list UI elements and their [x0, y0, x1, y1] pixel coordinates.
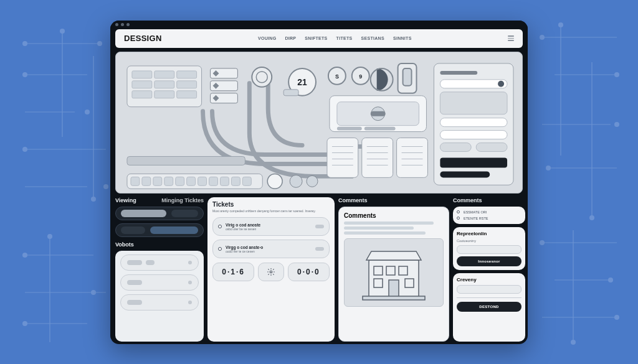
window-control-dot[interactable] — [115, 23, 118, 26]
ticket-title: Virig o cod anoste — [226, 223, 312, 227]
section-label-right: Comments — [453, 197, 482, 203]
option-row[interactable]: ESSMATE ORI — [457, 210, 521, 214]
ticket-row[interactable]: Virig o cod anosteosbd oter be se sesen — [212, 217, 330, 236]
building-illustration — [344, 238, 444, 307]
section-label-viewing: Viewing — [115, 197, 136, 203]
svg-point-20 — [47, 234, 52, 239]
gear-icon[interactable] — [258, 263, 283, 281]
nav-item[interactable]: VOUING — [258, 36, 276, 40]
handle-icon — [218, 247, 222, 251]
handle-icon — [218, 225, 222, 228]
svg-rect-90 — [220, 177, 229, 185]
lower-col-comments: Comments Comments — [338, 197, 449, 342]
svg-rect-80 — [440, 171, 490, 177]
nav-item[interactable]: SESTIANS — [361, 36, 384, 40]
svg-rect-24 — [155, 70, 174, 78]
svg-rect-29 — [132, 90, 152, 98]
svg-rect-56 — [362, 138, 393, 177]
lower-col-viewing: Viewing Minging Ticktes Vobots — [115, 197, 204, 342]
form-title: Creveny — [457, 277, 521, 282]
svg-rect-54 — [364, 126, 396, 130]
svg-text:S: S — [335, 73, 339, 79]
submit-button[interactable]: Innosesnor — [457, 256, 521, 266]
svg-rect-78 — [476, 142, 507, 151]
nav-item[interactable]: DIRP — [285, 36, 296, 40]
filter-pill[interactable] — [115, 223, 204, 237]
svg-rect-96 — [127, 156, 245, 165]
nav-item[interactable]: TITETS — [336, 36, 353, 40]
ticket-title: Virgg o cod anste·o — [226, 245, 312, 250]
svg-rect-57 — [397, 138, 428, 177]
form-card: Repreelonlin Cootoeoniny Innosesnor — [453, 227, 525, 270]
svg-rect-74 — [440, 91, 507, 114]
svg-rect-83 — [142, 177, 151, 185]
nav-item[interactable]: SINNITS — [393, 36, 412, 40]
window-control-dot[interactable] — [121, 23, 124, 26]
filter-pill[interactable] — [115, 207, 204, 220]
app-logo: DESSIGN — [124, 34, 162, 43]
svg-rect-104 — [374, 279, 383, 287]
menu-icon[interactable] — [508, 35, 514, 41]
form-card: Creveny DESTOND — [453, 273, 525, 342]
window-control-dot[interactable] — [126, 23, 130, 26]
svg-rect-85 — [164, 177, 173, 185]
form-title: Repreelonlin — [457, 231, 521, 236]
svg-rect-27 — [155, 80, 174, 88]
svg-point-5 — [103, 184, 108, 189]
radio-icon — [457, 210, 460, 213]
svg-point-93 — [267, 174, 282, 189]
option-label: ETENITE RSTE — [464, 217, 488, 220]
svg-rect-102 — [386, 266, 395, 275]
svg-point-21 — [571, 340, 576, 345]
svg-rect-72 — [440, 79, 507, 88]
option-row[interactable]: ETENITE RSTE — [457, 217, 521, 220]
comments-title: Comments — [344, 212, 444, 219]
stat-counter: 0·0·0 — [288, 263, 330, 281]
tickets-title: Tickets — [207, 197, 335, 209]
section-label-managing: Minging Ticktes — [161, 197, 204, 203]
svg-point-11 — [546, 166, 551, 170]
svg-rect-23 — [132, 70, 152, 78]
section-label-comments: Comments — [338, 197, 368, 203]
app-header: DESSIGN VOUING DIRP SNIFTETS TITETS SEST… — [115, 29, 523, 48]
svg-point-0 — [22, 41, 27, 46]
svg-marker-99 — [366, 251, 421, 260]
svg-point-19 — [589, 215, 594, 220]
text-input[interactable] — [457, 285, 521, 294]
svg-rect-100 — [389, 280, 399, 297]
ticket-row[interactable]: Virgg o cod anste·ooodd ner te ce cesen — [212, 240, 330, 258]
svg-point-6 — [22, 253, 27, 258]
svg-point-95 — [307, 175, 318, 187]
list-item[interactable] — [120, 254, 199, 271]
svg-rect-41 — [283, 89, 298, 95]
svg-rect-75 — [440, 118, 507, 126]
app-window: DESSIGN VOUING DIRP SNIFTETS TITETS SEST… — [110, 21, 528, 344]
list-item[interactable] — [120, 294, 199, 310]
svg-rect-89 — [209, 177, 218, 185]
comments-card: Comments — [338, 207, 449, 342]
svg-point-9 — [540, 35, 545, 40]
svg-rect-77 — [440, 142, 471, 151]
svg-point-15 — [614, 315, 619, 320]
svg-rect-91 — [231, 177, 240, 185]
action-button[interactable]: DESTOND — [457, 302, 521, 312]
svg-point-2 — [22, 72, 27, 77]
main-nav: VOUING DIRP SNIFTETS TITETS SESTIANS SIN… — [177, 36, 493, 40]
window-titlebar — [110, 21, 528, 29]
svg-rect-48 — [403, 68, 412, 85]
list-item[interactable] — [120, 274, 199, 291]
text-input[interactable] — [457, 245, 521, 254]
svg-point-12 — [614, 122, 619, 127]
nav-item[interactable]: SNIFTETS — [305, 36, 327, 40]
svg-rect-86 — [176, 177, 184, 185]
svg-rect-106 — [363, 296, 425, 300]
svg-rect-31 — [177, 90, 197, 98]
svg-rect-52 — [371, 111, 386, 116]
svg-point-17 — [91, 197, 96, 202]
svg-rect-79 — [440, 157, 507, 167]
stat-counter: 0·1·6 — [212, 263, 254, 281]
svg-rect-101 — [374, 266, 383, 275]
dashboard-diagram: 21 S 9 — [116, 52, 522, 194]
options-card: ESSMATE ORI ETENITE RSTE — [453, 207, 525, 224]
svg-rect-76 — [440, 130, 507, 139]
